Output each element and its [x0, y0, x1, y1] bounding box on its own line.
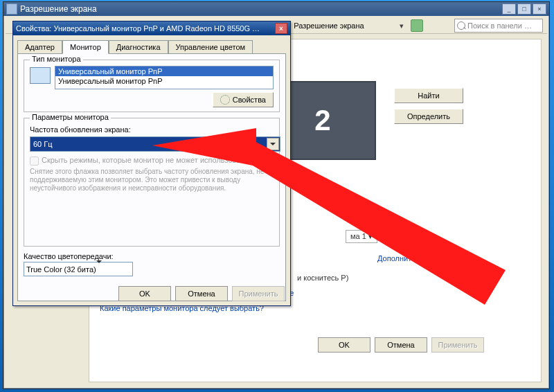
monitor-properties-dialog: Свойства: Универсальный монитор PnP и AM…	[12, 21, 291, 306]
window-icon	[6, 3, 17, 15]
dialog-close-button[interactable]: ×	[275, 23, 287, 34]
parent-titlebar[interactable]: Разрешение экрана _ □ ×	[3, 2, 549, 16]
hide-modes-check[interactable]: Скрыть режимы, которые монитор не может …	[30, 156, 274, 166]
monitor-icon	[30, 67, 51, 84]
hide-modes-checkbox[interactable]	[30, 157, 39, 166]
hide-modes-help: Снятие этого флажка позволяет выбрать ча…	[30, 168, 274, 193]
cancel-button[interactable]: Отмена	[375, 337, 427, 353]
monitor-settings-group: Параметры монитора Частота обновления эк…	[24, 118, 280, 247]
gear-icon	[220, 95, 230, 105]
breadcrumb-part: Разрешение экрана	[294, 21, 364, 30]
advanced-settings-link[interactable]: Дополнительные параметры	[377, 254, 479, 262]
touch-hint: и коснитесь P)	[297, 274, 348, 282]
close-button[interactable]: ×	[533, 3, 546, 15]
dialog-buttons: OK Отмена Применить	[118, 286, 285, 301]
tab-diagnostics[interactable]: Диагностика	[109, 40, 168, 54]
partial-dropdown[interactable]: ма 1 ▾	[346, 230, 377, 243]
monitor-type-group: Тип монитора Универсальный монитор PnP У…	[24, 60, 280, 112]
tab-monitor[interactable]: Монитор	[62, 40, 109, 54]
monitor-number: 2	[314, 104, 330, 137]
properties-button[interactable]: Свойства	[213, 92, 274, 107]
parent-title: Разрешение экрана	[20, 4, 97, 14]
refresh-rate-label: Частота обновления экрана:	[30, 125, 274, 134]
monitor-list[interactable]: Универсальный монитор PnP Универсальный …	[55, 66, 274, 89]
group-label: Параметры монитора	[30, 113, 111, 121]
search-input[interactable]: Поиск в панели …	[454, 19, 543, 33]
dialog-titlebar[interactable]: Свойства: Универсальный монитор PnP и AM…	[13, 21, 290, 35]
dialog-apply-button[interactable]: Применить	[232, 286, 285, 301]
find-button[interactable]: Найти	[394, 88, 463, 103]
color-quality-label: Качество цветопередачи:	[24, 252, 280, 260]
identify-button[interactable]: Определить	[394, 109, 463, 124]
search-icon	[457, 21, 465, 30]
dialog-cancel-button[interactable]: Отмена	[175, 286, 228, 301]
dialog-ok-button[interactable]: OK	[118, 286, 171, 301]
tab-page: Тип монитора Универсальный монитор PnP У…	[17, 53, 286, 301]
maximize-button[interactable]: □	[517, 3, 531, 15]
list-item[interactable]: Универсальный монитор PnP	[55, 76, 273, 86]
dialog-title: Свойства: Универсальный монитор PnP и AM…	[16, 24, 260, 33]
minimize-button[interactable]: _	[502, 3, 516, 15]
list-item[interactable]: Универсальный монитор PnP	[55, 66, 273, 76]
content-buttons: OK Отмена Применить	[318, 337, 484, 353]
tab-color-management[interactable]: Управление цветом	[168, 40, 253, 54]
dialog-tabs: Адаптер Монитор Диагностика Управление ц…	[13, 35, 290, 53]
group-label: Тип монитора	[30, 55, 83, 63]
chevron-down-icon[interactable]	[267, 138, 279, 150]
chevron-down-icon[interactable]	[96, 263, 102, 275]
refresh-rate-combo[interactable]: 60 Гц	[30, 136, 280, 152]
color-quality-row: Качество цветопередачи: True Color (32 б…	[24, 252, 280, 276]
refresh-icon[interactable]	[411, 19, 423, 32]
ok-button[interactable]: OK	[318, 337, 370, 353]
color-quality-combo[interactable]: True Color (32 бита)	[24, 262, 133, 276]
tab-adapter[interactable]: Адаптер	[17, 40, 62, 54]
apply-button[interactable]: Применить	[431, 337, 484, 353]
